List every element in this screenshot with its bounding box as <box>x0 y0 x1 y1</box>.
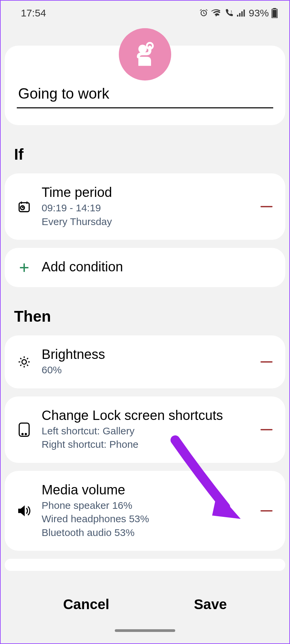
remove-action-button[interactable] <box>260 355 273 369</box>
nav-handle[interactable] <box>115 629 175 632</box>
svg-rect-1 <box>237 15 238 16</box>
bottom-bar: Cancel Save <box>1 580 289 643</box>
plus-icon <box>17 261 32 274</box>
svg-text:1: 1 <box>231 10 232 13</box>
action-value: 60% <box>42 363 250 377</box>
wifi-icon <box>211 9 221 17</box>
remove-condition-button[interactable] <box>260 200 273 213</box>
status-bar: 17:54 1 93% <box>1 1 289 22</box>
condition-repeat: Every Thursday <box>42 215 250 229</box>
svg-line-25 <box>20 365 21 366</box>
save-button[interactable]: Save <box>181 590 240 619</box>
remove-action-button[interactable] <box>260 423 273 436</box>
action-title: Brightness <box>42 347 250 362</box>
routine-icon-button[interactable] <box>119 28 171 80</box>
brightness-icon <box>17 355 32 369</box>
svg-point-29 <box>25 433 26 434</box>
status-time: 17:54 <box>21 7 46 19</box>
routine-name-input[interactable] <box>17 83 273 108</box>
commute-icon <box>130 39 160 69</box>
svg-line-23 <box>20 358 21 359</box>
svg-line-26 <box>27 358 28 359</box>
add-condition-label: Add condition <box>42 259 273 274</box>
alarm-icon <box>199 8 208 18</box>
action-title: Media volume <box>42 482 250 497</box>
condition-time: 09:19 - 14:19 <box>42 201 250 215</box>
partial-next-card <box>5 559 285 571</box>
action-title: Change Lock screen shortcuts <box>42 408 250 423</box>
svg-point-28 <box>22 433 23 434</box>
svg-rect-7 <box>273 10 277 17</box>
action-left-shortcut: Left shortcut: Gallery <box>42 424 250 438</box>
svg-point-8 <box>138 45 147 53</box>
svg-rect-3 <box>241 11 243 17</box>
action-bluetooth: Bluetooth audio 53% <box>42 526 250 540</box>
add-condition-button[interactable]: Add condition <box>5 248 285 287</box>
volume-icon <box>17 504 32 518</box>
svg-point-18 <box>22 360 26 364</box>
then-section-header: Then <box>14 307 276 325</box>
calendar-icon <box>17 200 32 213</box>
condition-title: Time period <box>42 185 250 200</box>
action-media-volume[interactable]: Media volume Phone speaker 16% Wired hea… <box>5 471 285 551</box>
action-wired: Wired headphones 53% <box>42 512 250 526</box>
action-right-shortcut: Right shortcut: Phone <box>42 438 250 451</box>
remove-action-button[interactable] <box>260 504 273 518</box>
if-section-header: If <box>14 145 276 163</box>
cancel-button[interactable]: Cancel <box>50 590 123 619</box>
call-icon: 1 <box>224 8 234 18</box>
condition-time-period[interactable]: Time period 09:19 - 14:19 Every Thursday <box>5 173 285 240</box>
svg-rect-2 <box>239 13 240 16</box>
battery-icon <box>272 8 278 18</box>
svg-line-24 <box>27 365 28 366</box>
svg-rect-27 <box>19 423 29 436</box>
signal-icon <box>237 9 246 17</box>
action-speaker: Phone speaker 16% <box>42 499 250 513</box>
status-icons: 1 93% <box>199 7 278 19</box>
svg-rect-4 <box>243 10 245 17</box>
tablet-icon <box>17 422 32 437</box>
battery-percent: 93% <box>249 7 269 19</box>
action-lock-screen-shortcuts[interactable]: Change Lock screen shortcuts Left shortc… <box>5 396 285 463</box>
action-brightness[interactable]: Brightness 60% <box>5 335 285 388</box>
